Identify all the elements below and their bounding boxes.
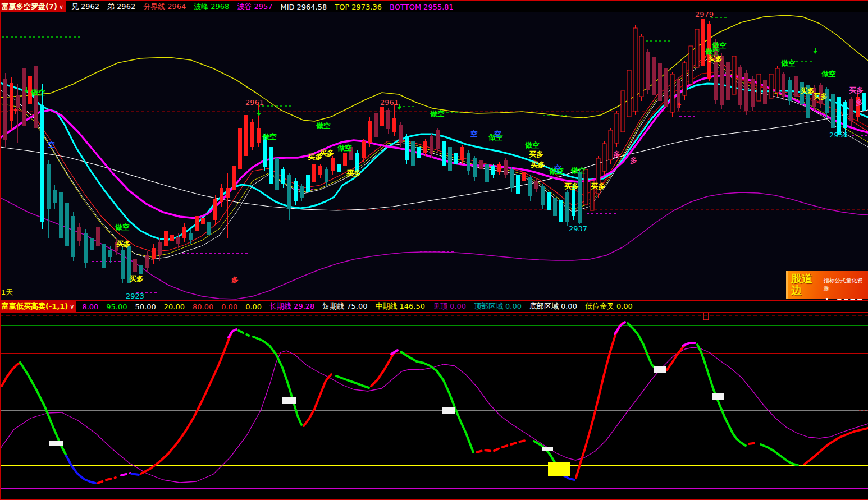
candle [10,83,13,121]
candle [22,68,26,126]
price-label: 2923 [126,292,144,300]
signal-label: 多 [630,156,637,164]
signal-label: 空 [48,140,55,149]
field-0.00: 0.00 [221,302,237,311]
white-marker [49,441,63,446]
field-低位金叉: 低位金叉0.00 [585,301,633,311]
candle [516,175,520,194]
signal-label: 买多 [708,54,723,63]
panel-divider[interactable] [0,300,868,301]
watermark-ad[interactable]: 股道边 指标公式量化资源 www.de6688.com [786,271,868,299]
field-顶部区域: 顶部区域0.00 [474,301,522,311]
candle [423,141,427,153]
candle [639,36,643,97]
signal-label: 多 [856,98,863,107]
candle [430,136,433,154]
main-indicator-title-chip[interactable]: 富赢多空罗盘(7) ∨ [0,1,66,12]
white-marker [282,397,296,404]
candle [547,192,551,210]
candle [325,169,328,182]
white-marker [654,366,666,373]
main-indicator-values: 兄2962弟2962分界线2964波峰2968波谷2957MID2964.58T… [71,2,462,12]
signal-label: 买多 [129,274,144,283]
candle [392,118,396,132]
lower-indicator-title-chip[interactable]: 富赢低买高卖(-1,1) ∨ [0,301,76,312]
top-signal-box-marker [703,313,709,320]
candle [318,166,322,175]
candle [257,128,261,143]
yellow-marker [548,462,570,476]
candle [738,67,742,105]
candle [689,46,693,84]
candle [572,186,575,216]
signal-label: 做空 [570,166,586,175]
chevron-down-icon[interactable]: ∨ [59,3,63,11]
signal-label: 多 [231,276,239,284]
candle [411,141,415,166]
candle [220,188,223,202]
candle [90,238,94,250]
white-marker [442,407,455,414]
candle [491,166,495,175]
candle [534,181,538,189]
series-main-segment [253,337,301,425]
field-分界线: 分界线2964 [143,2,186,12]
candle [275,158,279,190]
candle [621,91,625,132]
price-label: 2961 [380,98,399,107]
field-0.00: 0.00 [245,302,262,311]
candle [565,192,569,222]
signal-label: 做空 [524,141,540,149]
period-label: 1天 [1,287,13,297]
candle [145,255,149,268]
candle [195,216,199,231]
series-main-segment [761,444,798,465]
candle [65,203,69,246]
signal-label: 买多 [319,149,334,157]
candle [331,158,335,171]
candle [609,130,613,160]
candle [40,105,44,222]
field-95.00: 95.00 [106,302,127,311]
candle [213,199,217,220]
candle [720,56,724,105]
series-main-segment [615,322,625,334]
candle [615,113,619,143]
signal-label: 空 [470,130,478,138]
field-弟: 弟2962 [107,2,135,12]
candle [102,244,106,268]
candle [782,74,785,97]
field-底部区域: 底部区域0.00 [529,301,577,311]
main-indicator-title: 富赢多空罗盘(7) [2,2,57,12]
candle [238,128,242,169]
main-indicator-header: 富赢多空罗盘(7) ∨ 兄2962弟2962分界线2964波峰2968波谷295… [0,0,868,12]
candle [170,235,174,241]
chevron-down-icon[interactable]: ∨ [70,303,74,310]
candle [751,79,755,107]
series-ma-yellow-fast [0,56,868,257]
candle [281,169,285,184]
candle [362,141,366,158]
series-main-segment [336,376,369,388]
candle [158,242,162,255]
candle [16,95,20,108]
candle [96,227,100,246]
lower-chart-canvas[interactable] [0,313,868,500]
series-main-segment [401,352,473,452]
series-ma-red-slow [533,72,868,195]
series-main-segment [121,473,130,475]
series-band-top-yellow [0,15,868,121]
candle [479,160,483,169]
trading-app-window: 富赢多空罗盘(7) ∨ 兄2962弟2962分界线2964波峰2968波谷295… [0,0,868,500]
candle [553,198,557,216]
candle [108,250,112,257]
series-main-segment [576,323,623,478]
series-main-segment [683,343,695,346]
field-80.00: 80.00 [193,302,213,311]
candle [831,94,835,128]
white-marker [542,447,553,451]
main-chart-canvas[interactable]: 做空做空做空做空做空做空做空做空做空做空做空做空做空做空买多买多买多买多买多买多… [0,11,868,300]
price-label: 2937 [569,224,587,233]
candle [207,222,211,235]
candle [133,259,137,272]
